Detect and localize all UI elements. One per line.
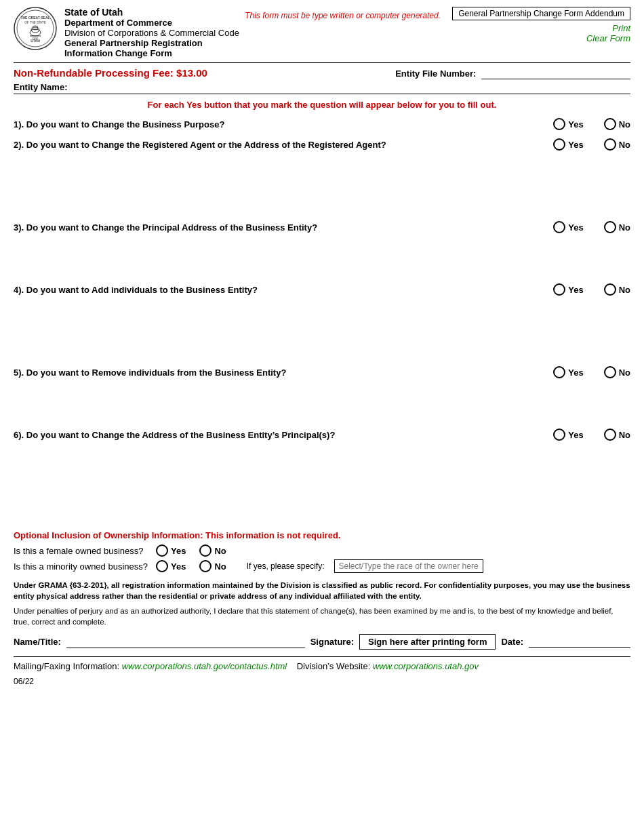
female-owned-yes[interactable]: Yes	[156, 544, 186, 557]
radio-circle[interactable]	[156, 544, 168, 557]
version-label: 06/22	[14, 677, 630, 686]
questions-section: 1). Do you want to Change the Business P…	[14, 118, 630, 503]
radio-circle[interactable]	[604, 221, 616, 233]
question-5-yes[interactable]: Yes	[553, 366, 583, 378]
question-6-no[interactable]: No	[604, 429, 630, 441]
signature-row: Name/Title: Signature: Sign here after p…	[14, 634, 630, 650]
mailing-label: Mailing/Faxing Information:	[14, 661, 119, 671]
female-owned-no[interactable]: No	[199, 544, 226, 557]
question-1-row: 1). Do you want to Change the Business P…	[14, 118, 630, 130]
state-name: State of Utah	[64, 7, 245, 18]
mailing-url1[interactable]: www.corporations.utah.gov/contactus.html	[122, 661, 287, 671]
spacer-5	[14, 386, 630, 420]
signature-label: Signature:	[310, 637, 354, 647]
radio-circle[interactable]	[553, 366, 565, 378]
signature-box: Sign here after printing form	[359, 634, 496, 650]
question-2-row: 2). Do you want to Change the Registered…	[14, 138, 630, 151]
entity-name-input[interactable]	[67, 82, 630, 92]
svg-text:OF THE STATE: OF THE STATE	[24, 21, 46, 24]
spacer-2	[14, 159, 630, 213]
question-3-yes[interactable]: Yes	[553, 221, 583, 233]
question-3-no[interactable]: No	[604, 221, 630, 233]
date-input[interactable]	[529, 637, 630, 648]
question-4-yes[interactable]: Yes	[553, 283, 583, 296]
file-number-input[interactable]	[481, 68, 630, 79]
type-notice: This form must be type written or comput…	[245, 8, 441, 20]
question-4-row: 4). Do you want to Add individuals to th…	[14, 283, 630, 296]
top-right-area: General Partnership Change Form Addendum…	[441, 7, 630, 43]
radio-circle[interactable]	[199, 544, 212, 557]
question-5-text: 5). Do you want to Remove individuals fr…	[14, 368, 522, 378]
female-owned-label: Is this a female owned business?	[14, 546, 149, 556]
question-2-no[interactable]: No	[604, 138, 630, 151]
radio-circle[interactable]	[553, 138, 565, 151]
question-1-no[interactable]: No	[604, 118, 630, 130]
minority-owned-no[interactable]: No	[199, 560, 226, 572]
question-2-radios: Yes No	[522, 138, 630, 151]
svg-text:THE GREAT SEAL: THE GREAT SEAL	[20, 16, 49, 20]
division-name: Division of Corporations & Commercial Co…	[64, 28, 245, 38]
print-button[interactable]: Print	[612, 23, 630, 33]
svg-text:1896: 1896	[33, 37, 39, 40]
question-6-row: 6). Do you want to Change the Address of…	[14, 429, 630, 441]
question-1-text: 1). Do you want to Change the Business P…	[14, 119, 522, 130]
perjury-text: Under penalties of perjury and as an aut…	[14, 605, 630, 627]
name-title-input[interactable]	[66, 636, 305, 648]
question-5-radios: Yes No	[522, 366, 630, 378]
grama-text: Under GRAMA {63-2-201}, all registration…	[14, 580, 630, 601]
female-owned-row: Is this a female owned business? Yes No	[14, 544, 630, 557]
question-5-row: 5). Do you want to Remove individuals fr…	[14, 366, 630, 378]
radio-circle[interactable]	[553, 283, 565, 296]
mailing-url2[interactable]: www.corporations.utah.gov	[373, 661, 479, 671]
utah-seal: THE GREAT SEAL OF THE STATE UTAH 1896	[14, 7, 58, 51]
entity-name-row: Entity Name:	[14, 82, 630, 94]
minority-owned-yes[interactable]: Yes	[156, 560, 186, 572]
clear-form-button[interactable]: Clear Form	[586, 33, 630, 43]
radio-circle[interactable]	[156, 560, 168, 572]
radio-circle[interactable]	[553, 221, 565, 233]
radio-circle[interactable]	[604, 283, 616, 296]
radio-circle[interactable]	[604, 366, 616, 378]
date-label: Date:	[501, 637, 523, 647]
spacer-4	[14, 304, 630, 358]
instruction-text: For each Yes button that you mark the qu…	[14, 100, 630, 110]
question-6-radios: Yes No	[522, 429, 630, 441]
file-number-label: Entity File Number:	[395, 68, 476, 79]
question-6-yes[interactable]: Yes	[553, 429, 583, 441]
radio-circle[interactable]	[604, 138, 616, 151]
question-1-yes[interactable]: Yes	[553, 118, 583, 130]
radio-circle[interactable]	[604, 429, 616, 441]
if-yes-label: If yes, please specify:	[247, 561, 325, 571]
form-title: General Partnership Registration Informa…	[64, 38, 245, 58]
header-notice-area: This form must be type written or comput…	[245, 7, 441, 20]
minority-owned-row: Is this a minority owned business? Yes N…	[14, 559, 630, 573]
minority-owned-label: Is this a minority owned business?	[14, 561, 149, 572]
addendum-label: General Partnership Change Form Addendum	[452, 7, 630, 20]
question-3-row: 3). Do you want to Change the Principal …	[14, 221, 630, 233]
question-2-yes[interactable]: Yes	[553, 138, 583, 151]
header-state-info: State of Utah Department of Commerce Div…	[64, 7, 245, 58]
fee-row: Non-Refundable Processing Fee: $13.00 En…	[14, 67, 630, 79]
question-4-no[interactable]: No	[604, 283, 630, 296]
question-5-no[interactable]: No	[604, 366, 630, 378]
question-1-radios: Yes No	[522, 118, 630, 130]
radio-circle[interactable]	[199, 560, 212, 572]
question-3-text: 3). Do you want to Change the Principal …	[14, 222, 522, 233]
entity-name-label: Entity Name:	[14, 82, 67, 92]
radio-circle[interactable]	[553, 118, 565, 130]
svg-point-0	[14, 7, 56, 49]
mailing-row: Mailing/Faxing Information: www.corporat…	[14, 656, 630, 671]
divisions-website-label: Division’s Website:	[297, 661, 371, 671]
optional-title: Optional Inclusion of Ownership Informat…	[14, 530, 630, 540]
name-title-label: Name/Title:	[14, 637, 61, 647]
radio-circle[interactable]	[553, 429, 565, 441]
spacer-3	[14, 241, 630, 275]
file-number-area: Entity File Number:	[395, 68, 630, 79]
optional-section: Optional Inclusion of Ownership Informat…	[14, 530, 630, 573]
spacer-6	[14, 449, 630, 503]
question-4-radios: Yes No	[522, 283, 630, 296]
race-input[interactable]	[334, 559, 483, 573]
question-3-radios: Yes No	[522, 221, 630, 233]
question-4-text: 4). Do you want to Add individuals to th…	[14, 285, 522, 295]
radio-circle[interactable]	[604, 118, 616, 130]
